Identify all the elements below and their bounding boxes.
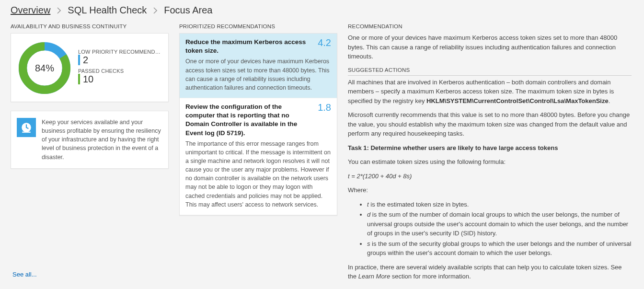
- breadcrumb-focus-area: Focus Area: [164, 5, 212, 16]
- recommendation-detail: One or more of your devices have maximum…: [348, 33, 633, 287]
- prioritized-recs-column: PRIORITIZED RECOMMENDATIONS Reduce the m…: [179, 22, 337, 287]
- breadcrumb-overview[interactable]: Overview: [11, 5, 50, 16]
- clock-icon: [17, 118, 36, 137]
- chevron-right-icon: [153, 7, 157, 14]
- task1-p2: In practice, there are several widely av…: [348, 263, 632, 281]
- col1-header: AVAILABILITY AND BUSINESS CONTINUITY: [11, 22, 169, 33]
- breadcrumb-sql-health[interactable]: SQL Health Check: [68, 5, 147, 16]
- availability-column: AVAILABILITY AND BUSINESS CONTINUITY 84%…: [11, 22, 169, 287]
- recommendation-desc: The importance of this error message ran…: [185, 139, 331, 209]
- task2-title: Task 2: Reduce access token sizes: [348, 286, 632, 287]
- recommendation-desc: One or more of your devices have maximum…: [185, 57, 331, 92]
- recommendation-list: Reduce the maximum Kerberos access token…: [179, 33, 337, 216]
- detail-intro: One or more of your devices have maximum…: [348, 33, 632, 61]
- task1-title: Task 1: Determine whether users are like…: [348, 143, 632, 153]
- chevron-right-icon: [57, 7, 61, 14]
- detail-p2: Microsoft currently recommends that this…: [348, 110, 632, 139]
- donut-chart: 84%: [16, 39, 73, 97]
- task1-where: Where:: [348, 185, 632, 195]
- breadcrumb: Overview SQL Health Check Focus Area: [0, 0, 644, 20]
- recommendation-item[interactable]: Reduce the maximum Kerberos access token…: [180, 34, 337, 98]
- svg-rect-3: [22, 132, 30, 133]
- list-item: s is the sum of the security global grou…: [367, 239, 632, 258]
- task1-p1: You can estimate token sizes using the f…: [348, 157, 632, 167]
- recommendation-title: Reduce the maximum Kerberos access token…: [185, 38, 313, 55]
- recommendation-score: 1.8: [318, 103, 331, 138]
- availability-info-text: Keep your services available and your bu…: [42, 118, 162, 162]
- recommendation-title: Review the configuration of the computer…: [185, 103, 313, 138]
- task1-formula: t = 2*(1200 + 40d + 8s): [348, 172, 632, 181]
- col2-header: PRIORITIZED RECOMMENDATIONS: [179, 22, 337, 33]
- suggested-actions-header: SUGGESTED ACTIONS: [348, 66, 632, 76]
- low-priority-label: LOW PRIORITY RECOMMENDATIO…: [78, 49, 163, 55]
- col3-header: RECOMMENDATION: [348, 22, 633, 33]
- list-item: t is the estimated token size in bytes.: [367, 200, 632, 209]
- recommendation-detail-column: RECOMMENDATION One or more of your devic…: [348, 22, 633, 287]
- availability-metric-tile[interactable]: 84% LOW PRIORITY RECOMMENDATIO… 2 PASSED…: [11, 33, 169, 102]
- list-item: d is the sum of the number of domain loc…: [367, 210, 632, 238]
- passed-checks-label: PASSED CHECKS: [78, 68, 163, 74]
- see-all-container: See all...: [11, 266, 169, 287]
- passed-checks-value: 10: [78, 74, 163, 84]
- recommendation-score: 4.2: [318, 38, 331, 55]
- availability-info-tile: Keep your services available and your bu…: [11, 111, 169, 169]
- task1-bullets: t is the estimated token size in bytes. …: [348, 200, 632, 258]
- recommendation-item[interactable]: Review the configuration of the computer…: [180, 98, 337, 215]
- detail-p1: All machines that are involved in Kerber…: [348, 78, 632, 106]
- low-priority-value: 2: [78, 55, 163, 65]
- donut-center-label: 84%: [16, 39, 73, 97]
- see-all-link[interactable]: See all...: [12, 271, 37, 278]
